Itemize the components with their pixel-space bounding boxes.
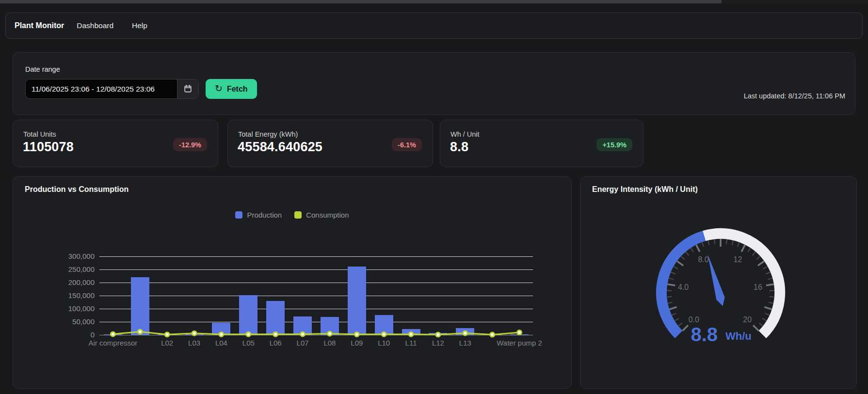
stat-value: 8.8 [450, 140, 468, 155]
chart-legend: Production Consumption [13, 211, 571, 219]
consumption-point [192, 331, 196, 335]
date-range-label: Date range [25, 65, 60, 73]
gauge-minor-tick [686, 252, 689, 256]
gauge-minor-tick [748, 248, 751, 252]
gauge-major-tick [669, 307, 676, 309]
gauge-minor-tick [765, 313, 770, 315]
gauge-minor-tick [708, 240, 709, 245]
gauge-minor-tick [768, 278, 772, 280]
energy-intensity-gauge-card: Energy Intensity (kWh / Unit) 0.04.08.01… [580, 176, 857, 389]
gauge-tick-label: 8.0 [698, 255, 708, 264]
consumption-point [409, 332, 413, 336]
consumption-point [354, 332, 359, 336]
gauge-minor-tick [756, 256, 760, 260]
top-scrollbar-track [0, 0, 868, 3]
gauge-minor-tick [669, 278, 674, 280]
consumption-point [165, 332, 169, 337]
consumption-point [273, 332, 278, 336]
gauge-value-text: 8.8 [691, 324, 718, 345]
top-scrollbar-thumb[interactable] [0, 0, 722, 3]
gauge-minor-tick [678, 323, 682, 326]
nav-item-dashboard[interactable]: Dashboard [77, 21, 113, 30]
fetch-button[interactable]: ↻ Fetch [206, 79, 257, 99]
calendar-icon [183, 84, 193, 95]
consumption-point [111, 332, 115, 336]
legend-label-production: Production [247, 211, 282, 219]
stat-card-total-energy: Total Energy (kWh) 45584.640625 -6.1% [227, 120, 433, 167]
consumption-point [327, 331, 332, 336]
gauge-major-tick [667, 284, 675, 286]
date-range-input-group [25, 79, 199, 99]
gauge-tick-label: 0.0 [689, 315, 699, 324]
y-axis-tick-label: 250,000 [13, 265, 95, 273]
controls-row: ↻ Fetch [25, 79, 257, 99]
gauge-tick-label: 20 [743, 315, 752, 324]
navbar: Plant Monitor Dashboard Help [5, 13, 863, 39]
gauge-minor-tick [671, 272, 675, 274]
legend-item-production[interactable]: Production [235, 211, 282, 219]
consumption-point [382, 332, 386, 336]
consumption-point [436, 332, 440, 337]
gauge-minor-tick [769, 302, 773, 303]
stat-label: Wh / Unit [450, 130, 480, 138]
gauge-minor-tick [675, 318, 679, 321]
consumption-line-series [94, 245, 539, 347]
gauge-minor-tick [668, 302, 673, 303]
legend-swatch-consumption [294, 211, 302, 219]
gauge-minor-tick [759, 323, 763, 326]
legend-item-consumption[interactable]: Consumption [294, 211, 349, 219]
gauge-minor-tick [681, 256, 685, 260]
y-axis-tick-label: 150,000 [13, 291, 95, 299]
gauge-minor-tick [732, 240, 733, 245]
gauge-major-tick [753, 325, 758, 331]
last-updated-text: Last updated: 8/12/25, 11:06 PM [744, 92, 845, 100]
legend-swatch-production [235, 211, 242, 219]
gauge-major-tick [696, 245, 700, 252]
y-axis-tick-label: 200,000 [13, 278, 95, 286]
gauge-major-tick [758, 261, 764, 266]
legend-label-consumption: Consumption [306, 211, 349, 219]
stat-value: 45584.640625 [238, 140, 322, 155]
gauge-minor-tick [672, 313, 676, 315]
app-brand: Plant Monitor [15, 21, 64, 30]
stat-delta-badge: -6.1% [392, 138, 422, 151]
stat-delta-badge: +15.9% [596, 138, 632, 151]
y-axis-tick-label: 50,000 [13, 317, 95, 326]
nav-item-help[interactable]: Help [132, 21, 147, 30]
filter-card: Date range ↻ Fetch [13, 52, 855, 115]
calendar-button[interactable] [177, 79, 198, 98]
gauge-minor-tick [762, 318, 767, 321]
consumption-point [490, 332, 495, 337]
consumption-point [301, 332, 305, 336]
consumption-point [463, 331, 467, 335]
gauge-major-tick [766, 284, 774, 286]
gauge-unit-text: Wh/u [725, 330, 752, 342]
date-range-input[interactable] [26, 79, 177, 98]
gauge-minor-tick [702, 242, 704, 247]
gauge-minor-tick [763, 267, 768, 269]
gauge-minor-tick [691, 248, 693, 252]
stat-label: Total Units [23, 130, 56, 138]
dashboard-page: Plant Monitor Dashboard Help Date range [0, 0, 868, 394]
gauge-major-tick [764, 307, 772, 309]
gauge-minor-tick [753, 252, 756, 256]
gauge-major-tick [683, 325, 688, 331]
consumption-point [138, 330, 142, 334]
stat-value: 1105078 [23, 140, 74, 155]
y-axis-tick-label: 100,000 [13, 304, 95, 313]
consumption-point [517, 330, 522, 334]
gauge-minor-tick [674, 267, 678, 269]
energy-intensity-gauge: 0.04.08.01216208.8Wh/u [580, 177, 857, 389]
gauge-minor-tick [667, 297, 672, 297]
gauge-major-tick [741, 245, 745, 252]
gauge-minor-tick [766, 272, 770, 274]
stat-card-wh-per-unit: Wh / Unit 8.8 +15.9% [440, 120, 643, 167]
y-axis-tick-label: 300,000 [13, 252, 95, 260]
gauge-tick-label: 12 [734, 255, 742, 264]
production-consumption-chart-card: Production vs Consumption Production Con… [13, 176, 572, 389]
stat-card-total-units: Total Units 1105078 -12.9% [13, 120, 218, 167]
gauge-needle [708, 254, 725, 306]
consumption-point [219, 332, 224, 336]
refresh-icon: ↻ [215, 84, 223, 93]
gauge-tick-label: 16 [754, 283, 762, 291]
